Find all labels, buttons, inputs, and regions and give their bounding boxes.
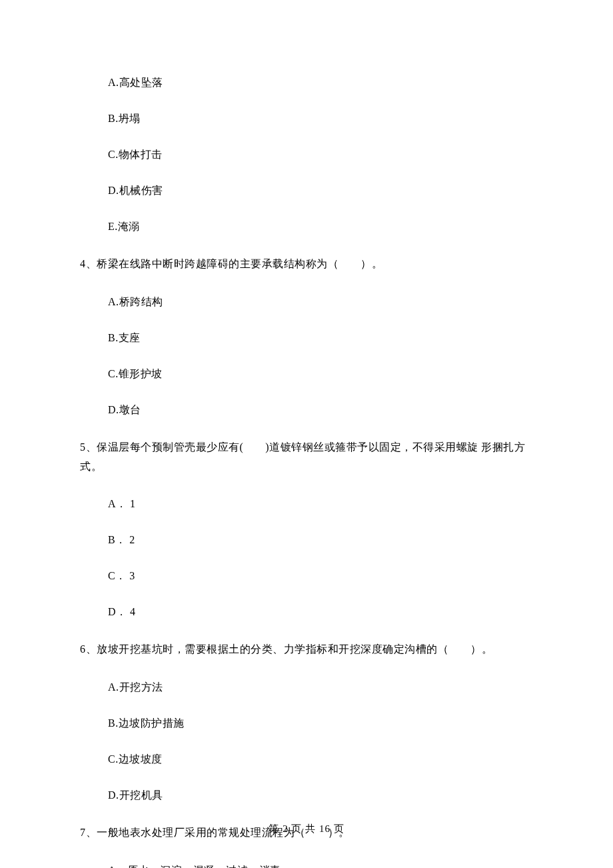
option-d: D.机械伤害 <box>80 183 533 199</box>
page-footer: 第 2 页 共 16 页 <box>0 821 613 837</box>
q7-option-a: A．原水→沉淀→混凝→过滤→消毒 <box>80 863 533 868</box>
option-a: A.高处坠落 <box>80 75 533 91</box>
q5-option-a: A． 1 <box>80 496 533 512</box>
q6-option-a: A.开挖方法 <box>80 679 533 695</box>
q4-option-a: A.桥跨结构 <box>80 294 533 310</box>
question-5: 5、保温层每个预制管壳最少应有( )道镀锌钢丝或箍带予以固定，不得采用螺旋 形捆… <box>80 438 533 477</box>
question-6: 6、放坡开挖基坑时，需要根据土的分类、力学指标和开挖深度确定沟槽的（ ）。 <box>80 640 533 659</box>
q5-option-c: C． 3 <box>80 568 533 584</box>
question-4: 4、桥梁在线路中断时跨越障碍的主要承载结构称为（ ）。 <box>80 255 533 274</box>
q6-option-b: B.边坡防护措施 <box>80 715 533 731</box>
q4-option-b: B.支座 <box>80 330 533 346</box>
q6-option-c: C.边坡坡度 <box>80 751 533 767</box>
q4-option-c: C.锥形护坡 <box>80 366 533 382</box>
q5-option-d: D． 4 <box>80 604 533 620</box>
q6-option-d: D.开挖机具 <box>80 787 533 803</box>
option-c: C.物体打击 <box>80 147 533 163</box>
option-b: B.坍塌 <box>80 111 533 127</box>
option-e: E.淹溺 <box>80 219 533 235</box>
q5-option-b: B． 2 <box>80 532 533 548</box>
q4-option-d: D.墩台 <box>80 402 533 418</box>
